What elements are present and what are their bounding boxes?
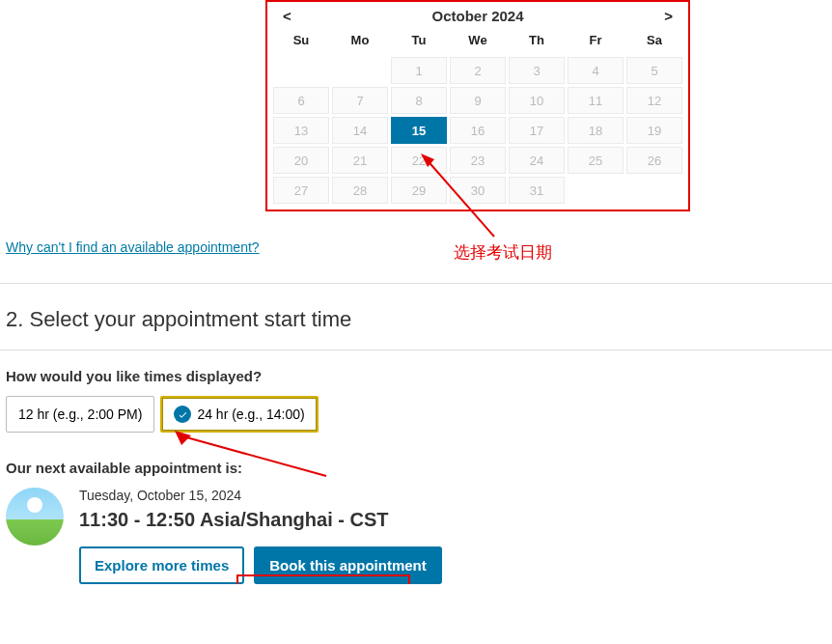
calendar-day[interactable]: 30 — [450, 177, 506, 204]
calendar-day[interactable]: 7 — [332, 87, 388, 114]
calendar-day[interactable]: 28 — [332, 177, 388, 204]
calendar-day[interactable]: 21 — [332, 147, 388, 174]
weekday-label: We — [450, 26, 506, 53]
calendar-day[interactable]: 2 — [450, 57, 506, 84]
calendar-empty-cell — [273, 57, 329, 84]
annotation-line: 预约考试时间后， — [423, 583, 601, 584]
check-icon — [174, 406, 191, 423]
calendar-days: 1234567891011121314151617181920212223242… — [269, 57, 686, 204]
calendar-day[interactable]: 8 — [391, 87, 447, 114]
calendar-day[interactable]: 13 — [273, 117, 329, 144]
calendar-prev[interactable]: < — [277, 8, 297, 24]
calendar-day[interactable]: 31 — [509, 177, 565, 204]
weekday-label: Th — [509, 26, 565, 53]
book-appointment-button[interactable]: Book this appointment — [254, 546, 442, 584]
annotation-after-book: 预约考试时间后， 点Book this appointment — [423, 583, 601, 584]
weekday-label: Tu — [391, 26, 447, 53]
calendar-day[interactable]: 22 — [391, 147, 447, 174]
calendar-empty-cell — [568, 177, 624, 204]
time-format-prompt: How would you like times displayed? — [6, 368, 826, 384]
calendar-day[interactable]: 5 — [626, 57, 682, 84]
calendar-day[interactable]: 3 — [509, 57, 565, 84]
calendar-day[interactable]: 27 — [273, 177, 329, 204]
calendar-header: < October 2024 > — [269, 4, 686, 26]
format-24hr-label: 24 hr (e.g., 14:00) — [197, 406, 304, 422]
calendar-day[interactable]: 25 — [568, 147, 624, 174]
calendar-day[interactable]: 23 — [450, 147, 506, 174]
calendar-day[interactable]: 10 — [509, 87, 565, 114]
weekday-label: Su — [273, 26, 329, 53]
calendar-day[interactable]: 16 — [450, 117, 506, 144]
calendar-weekdays: SuMoTuWeThFrSa — [269, 26, 686, 53]
calendar-day[interactable]: 20 — [273, 147, 329, 174]
calendar-day-selected[interactable]: 15 — [391, 117, 447, 144]
annotation-select-date: 选择考试日期 — [454, 241, 552, 264]
why-unavailable-link[interactable]: Why can't I find an available appointmen… — [6, 239, 260, 255]
weekday-label: Mo — [332, 26, 388, 53]
calendar-day[interactable]: 12 — [626, 87, 682, 114]
calendar-next[interactable]: > — [658, 8, 679, 24]
divider — [0, 283, 832, 284]
format-12hr-button[interactable]: 12 hr (e.g., 2:00 PM) — [6, 396, 154, 433]
section-title: 2. Select your appointment start time — [6, 307, 826, 332]
calendar-day[interactable]: 19 — [626, 117, 682, 144]
calendar-day[interactable]: 17 — [509, 117, 565, 144]
calendar-day[interactable]: 29 — [391, 177, 447, 204]
calendar-empty-cell — [626, 177, 682, 204]
svg-marker-3 — [175, 431, 191, 445]
calendar-day[interactable]: 26 — [626, 147, 682, 174]
calendar-empty-cell — [332, 57, 388, 84]
explore-more-times-button[interactable]: Explore more times — [79, 546, 244, 584]
appointment-time: 11:30 - 12:50 Asia/Shanghai - CST — [79, 509, 826, 531]
calendar-day[interactable]: 1 — [391, 57, 447, 84]
calendar-day[interactable]: 24 — [509, 147, 565, 174]
weekday-label: Fr — [568, 26, 624, 53]
calendar-day[interactable]: 4 — [568, 57, 624, 84]
format-24hr-button[interactable]: 24 hr (e.g., 14:00) — [160, 396, 318, 433]
calendar-day[interactable]: 14 — [332, 117, 388, 144]
calendar-day[interactable]: 6 — [273, 87, 329, 114]
calendar-day[interactable]: 11 — [568, 87, 624, 114]
weekday-label: Sa — [626, 26, 682, 53]
calendar-day[interactable]: 9 — [450, 87, 506, 114]
next-appointment-label: Our next available appointment is: — [6, 460, 820, 476]
calendar: < October 2024 > SuMoTuWeThFrSa 12345678… — [265, 0, 690, 211]
calendar-title: October 2024 — [297, 8, 658, 24]
daytime-icon — [6, 488, 64, 546]
divider — [0, 350, 832, 350]
calendar-day[interactable]: 18 — [568, 117, 624, 144]
appointment-date: Tuesday, October 15, 2024 — [79, 488, 826, 503]
